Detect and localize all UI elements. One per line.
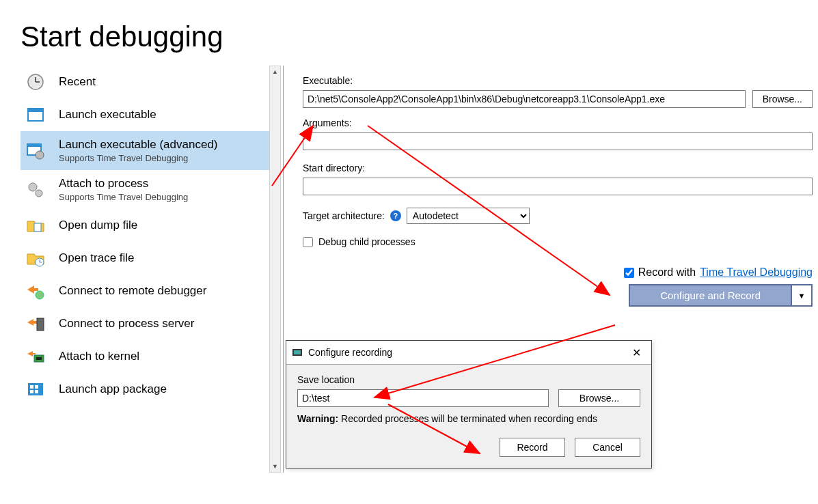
sidebar-item-launch-app-pkg[interactable]: Launch app package (21, 373, 269, 406)
sidebar-item-label: Recent (59, 75, 264, 89)
scroll-up-icon[interactable]: ▲ (270, 66, 280, 77)
dialog-app-icon (292, 347, 303, 358)
sidebar-item-attach-kernel[interactable]: Attach to kernel (21, 340, 269, 373)
bug-arrow-icon (26, 281, 59, 300)
save-location-label: Save location (297, 374, 640, 385)
browse-executable-button[interactable]: Browse... (752, 90, 813, 108)
server-arrow-icon (26, 314, 59, 333)
svg-rect-4 (28, 109, 43, 112)
sidebar-item-label: Launch app package (59, 382, 264, 396)
sidebar-item-attach-process[interactable]: Attach to process Supports Time Travel D… (21, 170, 269, 209)
browse-save-button[interactable]: Browse... (558, 389, 640, 407)
clock-icon (26, 72, 59, 92)
sidebar-item-label: Open trace file (59, 251, 264, 265)
sidebar-item-label: Open dump file (59, 219, 264, 232)
scroll-down-icon[interactable]: ▼ (270, 461, 280, 472)
svg-rect-17 (36, 357, 42, 360)
svg-point-9 (36, 190, 42, 197)
sidebar-item-label: Attach to kernel (59, 350, 264, 363)
arch-select[interactable]: Autodetect (407, 208, 530, 224)
configure-record-button[interactable]: Configure and Record (630, 285, 791, 305)
dialog-title-text: Configure recording (308, 347, 392, 358)
sidebar: Recent Launch executable Launch executab… (0, 66, 269, 406)
executable-input[interactable] (303, 90, 746, 108)
main-panel: Executable: Browse... Arguments: Start d… (284, 66, 818, 307)
executable-label: Executable: (303, 75, 813, 86)
svg-rect-21 (30, 390, 33, 393)
configure-recording-dialog: Configure recording ✕ Save location Brow… (286, 340, 652, 468)
folder-file-icon (26, 216, 59, 235)
sidebar-item-launch-exe-adv[interactable]: Launch executable (advanced) Supports Ti… (21, 131, 269, 170)
ttd-link[interactable]: Time Travel Debugging (700, 266, 813, 279)
sidebar-item-sublabel: Supports Time Travel Debugging (59, 153, 264, 163)
debug-child-label: Debug child processes (318, 236, 415, 247)
page-title: Start debugging (0, 0, 818, 66)
arch-label: Target architecture: (303, 210, 385, 221)
cancel-button[interactable]: Cancel (575, 438, 640, 457)
debug-child-row[interactable]: Debug child processes (303, 236, 813, 247)
svg-rect-19 (30, 385, 33, 389)
svg-rect-22 (35, 390, 38, 393)
svg-rect-6 (27, 144, 41, 147)
sidebar-item-label: Attach to process (59, 177, 264, 191)
sidebar-item-label: Launch executable (advanced) (59, 138, 264, 152)
record-button[interactable]: Record (500, 438, 565, 457)
scrollbar[interactable]: ▲ ▼ (269, 66, 281, 473)
record-ttd-checkbox[interactable] (624, 268, 634, 278)
sidebar-item-recent[interactable]: Recent (21, 66, 269, 98)
sidebar-item-connect-server[interactable]: Connect to process server (21, 307, 269, 340)
arguments-label: Arguments: (303, 117, 813, 128)
sidebar-item-open-dump[interactable]: Open dump file (21, 209, 269, 242)
record-ttd-prefix: Record with (638, 266, 696, 279)
svg-rect-18 (28, 383, 43, 395)
configure-record-dropdown[interactable]: ▼ (791, 285, 811, 305)
warning-text: Warning: Recorded processes will be term… (297, 412, 640, 425)
chip-arrow-icon (26, 347, 59, 366)
startdir-label: Start directory: (303, 163, 813, 173)
sidebar-item-open-trace[interactable]: Open trace file (21, 242, 269, 275)
record-ttd-row[interactable]: Record with Time Travel Debugging (624, 266, 813, 279)
configure-record-split-button[interactable]: Configure and Record ▼ (629, 284, 813, 307)
svg-point-8 (29, 183, 37, 191)
grid-icon (26, 380, 59, 399)
help-icon[interactable]: ? (390, 210, 401, 221)
startdir-input[interactable] (303, 178, 813, 195)
svg-point-14 (36, 291, 44, 299)
sidebar-item-label: Connect to remote debugger (59, 284, 264, 298)
sidebar-item-label: Connect to process server (59, 317, 264, 331)
svg-rect-24 (294, 350, 301, 354)
svg-point-7 (36, 151, 44, 159)
window-icon (26, 105, 59, 124)
sidebar-item-sublabel: Supports Time Travel Debugging (59, 192, 264, 202)
gears-icon (26, 180, 59, 199)
arguments-input[interactable] (303, 132, 813, 150)
debug-child-checkbox[interactable] (303, 237, 313, 247)
svg-rect-20 (35, 385, 38, 389)
close-icon[interactable]: ✕ (627, 345, 646, 360)
divider: ▲ ▼ (269, 66, 284, 473)
svg-rect-10 (34, 223, 41, 232)
window-gear-icon (26, 141, 59, 160)
svg-rect-15 (37, 318, 44, 331)
sidebar-item-launch-exe[interactable]: Launch executable (21, 98, 269, 131)
sidebar-item-label: Launch executable (59, 108, 264, 122)
folder-clock-icon (26, 249, 59, 268)
save-location-input[interactable] (297, 389, 549, 407)
sidebar-item-connect-remote[interactable]: Connect to remote debugger (21, 275, 269, 307)
